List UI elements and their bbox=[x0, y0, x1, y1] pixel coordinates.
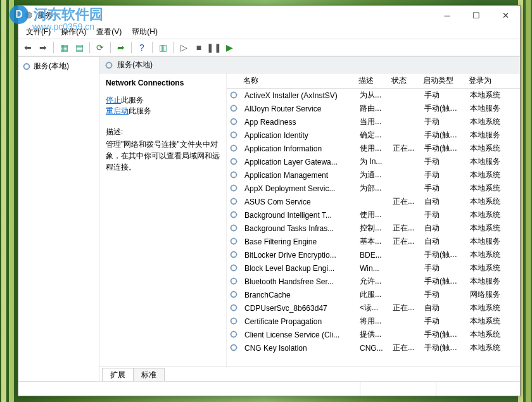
col-start[interactable]: 启动类型 bbox=[419, 75, 465, 86]
cell-start: 手动 bbox=[421, 263, 466, 273]
cell-start: 手动 bbox=[421, 156, 466, 167]
properties-icon[interactable]: ▤ bbox=[72, 41, 86, 54]
cell-logon: 本地系统 bbox=[466, 329, 510, 340]
cell-status: 正在... bbox=[389, 236, 421, 247]
cell-logon: 本地系统 bbox=[466, 249, 510, 260]
service-row[interactable]: Background Intelligent T...使用...手动本地系统 bbox=[227, 208, 520, 222]
forward-icon[interactable]: ➡ bbox=[36, 41, 50, 54]
cell-name: Background Intelligent T... bbox=[241, 211, 356, 220]
app-icon bbox=[23, 10, 34, 20]
grid-icon[interactable]: ▥ bbox=[156, 41, 170, 54]
cell-start: 手动(触发... bbox=[421, 249, 466, 260]
gear-icon bbox=[229, 250, 239, 260]
maximize-button[interactable]: ☐ bbox=[462, 6, 491, 25]
service-row[interactable]: Certificate Propagation将用...手动本地系统 bbox=[227, 315, 520, 328]
service-row[interactable]: CDPUserSvc_8b663d47<读...正在...自动本地系统 bbox=[227, 301, 520, 315]
gear-icon bbox=[229, 330, 239, 340]
svg-point-13 bbox=[231, 238, 237, 244]
help-icon[interactable]: ? bbox=[135, 41, 149, 54]
cell-start: 手动(触发... bbox=[421, 143, 466, 154]
gear-icon bbox=[229, 184, 239, 194]
service-row[interactable]: ActiveX Installer (AxInstSV)为从...手动本地系统 bbox=[227, 89, 520, 102]
start-icon[interactable]: ▷ bbox=[177, 41, 191, 54]
svg-point-12 bbox=[231, 225, 237, 230]
service-row[interactable]: Client License Service (Cli...提供...手动(触发… bbox=[227, 328, 520, 341]
service-row[interactable]: AllJoyn Router Service路由...手动(触发...本地服务 bbox=[227, 102, 520, 115]
service-row[interactable]: Block Level Backup Engi...Win...手动本地系统 bbox=[227, 261, 520, 275]
svg-point-2 bbox=[231, 92, 237, 97]
cell-start: 自动 bbox=[421, 196, 466, 207]
cell-logon: 本地系统 bbox=[466, 263, 510, 273]
tree-root-services[interactable]: 服务(本地) bbox=[21, 60, 96, 73]
col-desc[interactable]: 描述 bbox=[355, 75, 388, 86]
refresh-icon[interactable]: ⟳ bbox=[93, 41, 107, 54]
service-row[interactable]: Base Filtering Engine基本...正在...自动本地服务 bbox=[227, 235, 520, 248]
cell-desc: 当用... bbox=[356, 116, 389, 127]
svg-point-18 bbox=[231, 305, 237, 310]
col-name[interactable]: 名称 bbox=[239, 75, 355, 86]
col-status[interactable]: 状态 bbox=[388, 75, 419, 86]
cell-logon: 本地系统 bbox=[466, 316, 510, 327]
service-row[interactable]: App Readiness当用...手动本地系统 bbox=[227, 115, 520, 129]
export-icon[interactable]: ➦ bbox=[114, 41, 128, 54]
service-row[interactable]: Application Identity确定...手动(触发...本地服务 bbox=[227, 129, 520, 142]
minimize-button[interactable]: ─ bbox=[433, 6, 462, 25]
menu-help[interactable]: 帮助(H) bbox=[127, 25, 163, 39]
tab-standard[interactable]: 标准 bbox=[133, 368, 165, 381]
service-list[interactable]: 名称 描述 状态 启动类型 登录为 ActiveX Installer (AxI… bbox=[226, 73, 520, 367]
cell-logon: 本地系统 bbox=[466, 196, 510, 207]
cell-name: Application Layer Gatewa... bbox=[241, 158, 356, 166]
menu-view[interactable]: 查看(V) bbox=[91, 25, 127, 39]
restart-icon[interactable]: ▶ bbox=[222, 41, 236, 54]
cell-desc: 为 In... bbox=[356, 156, 389, 167]
service-row[interactable]: Background Tasks Infras...控制...正在...自动本地… bbox=[227, 222, 520, 235]
cell-desc: 为从... bbox=[356, 90, 389, 101]
cell-start: 手动 bbox=[421, 289, 466, 300]
gear-icon bbox=[229, 303, 239, 313]
cell-logon: 本地服务 bbox=[466, 130, 510, 141]
svg-point-21 bbox=[231, 344, 237, 350]
cell-start: 手动(触发... bbox=[421, 342, 466, 353]
cell-name: Certificate Propagation bbox=[241, 317, 356, 326]
service-row[interactable]: Bluetooth Handsfree Ser...允许...手动(触发...本… bbox=[227, 275, 520, 288]
stop-icon[interactable]: ■ bbox=[192, 41, 206, 54]
back-icon[interactable]: ⬅ bbox=[21, 41, 35, 54]
description-text: 管理"网络和拨号连接"文件夹中对象，在其中你可以查看局域网和远程连接。 bbox=[106, 139, 220, 173]
menu-file[interactable]: 文件(F) bbox=[21, 25, 56, 39]
service-row[interactable]: Application Information使用...正在...手动(触发..… bbox=[227, 142, 520, 155]
cell-logon: 本地服务 bbox=[466, 103, 510, 114]
pause-icon[interactable]: ❚❚ bbox=[207, 41, 221, 54]
tab-extended[interactable]: 扩展 bbox=[102, 368, 134, 381]
cell-name: CDPUserSvc_8b663d47 bbox=[241, 304, 356, 313]
gear-icon bbox=[229, 117, 239, 127]
service-row[interactable]: AppX Deployment Servic...为部...手动本地系统 bbox=[227, 182, 520, 195]
restart-service-link[interactable]: 重启动 bbox=[106, 106, 129, 115]
cell-desc: <读... bbox=[356, 303, 389, 313]
service-row[interactable]: Application Management为通...手动本地系统 bbox=[227, 168, 520, 182]
cell-logon: 本地系统 bbox=[466, 90, 510, 101]
service-row[interactable]: CNG Key IsolationCNG...正在...手动(触发...本地系统 bbox=[227, 341, 520, 355]
show-hide-tree-icon[interactable]: ▦ bbox=[57, 41, 71, 54]
cell-desc: 控制... bbox=[356, 223, 389, 234]
cell-logon: 本地服务 bbox=[466, 236, 510, 247]
cell-start: 手动(触发... bbox=[421, 103, 466, 114]
selected-service-name: Network Connections bbox=[106, 79, 220, 87]
cell-desc: CNG... bbox=[356, 344, 389, 353]
cell-start: 手动 bbox=[421, 90, 466, 101]
gear-icon bbox=[229, 290, 239, 300]
stop-service-link[interactable]: 停止 bbox=[106, 96, 121, 104]
gear-icon bbox=[229, 157, 239, 167]
titlebar[interactable]: 服务 ─ ☐ ✕ bbox=[18, 6, 520, 25]
col-logon[interactable]: 登录为 bbox=[465, 75, 509, 86]
close-button[interactable]: ✕ bbox=[491, 6, 520, 25]
gear-icon bbox=[229, 237, 239, 247]
service-row[interactable]: Application Layer Gatewa...为 In...手动本地服务 bbox=[227, 155, 520, 168]
services-window: 服务 ─ ☐ ✕ 文件(F) 操作(A) 查看(V) 帮助(H) ⬅ ➡ ▦ ▤… bbox=[18, 5, 521, 396]
service-row[interactable]: BranchCache此服...手动网络服务 bbox=[227, 288, 520, 301]
cell-desc: 基本... bbox=[356, 236, 389, 247]
cell-name: Base Filtering Engine bbox=[241, 237, 356, 246]
service-row[interactable]: ASUS Com Service正在...自动本地系统 bbox=[227, 195, 520, 208]
service-row[interactable]: BitLocker Drive Encryptio...BDE...手动(触发.… bbox=[227, 248, 520, 261]
cell-desc: 将用... bbox=[356, 316, 389, 327]
menu-action[interactable]: 操作(A) bbox=[56, 25, 91, 39]
